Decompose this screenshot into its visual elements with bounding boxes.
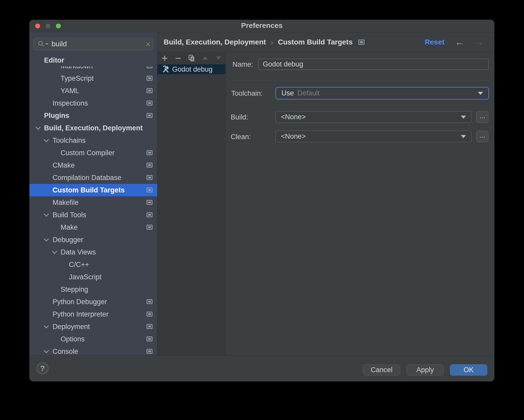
chevron-down-icon [478, 92, 483, 95]
modified-settings-icon [147, 88, 152, 93]
sidebar-item-cmake[interactable]: CMake [30, 159, 157, 171]
clean-value: <None> [281, 132, 306, 140]
modified-settings-icon [147, 299, 152, 304]
chevron-down-icon[interactable] [35, 125, 41, 130]
build-target-icon [162, 65, 170, 73]
back-arrow-icon[interactable]: ← [455, 38, 464, 47]
add-target-button[interactable]: + [161, 54, 169, 62]
sidebar-item-makefile[interactable]: Makefile [30, 196, 157, 209]
titlebar: Preferences [30, 20, 494, 32]
preferences-dialog: Preferences × Editor Markdown TypeScri [30, 20, 494, 381]
clean-select[interactable]: <None> [275, 131, 471, 142]
chevron-down-icon[interactable] [44, 236, 49, 242]
sidebar-item-compilation-database[interactable]: Compilation Database [30, 171, 157, 184]
cancel-button[interactable]: Cancel [363, 364, 400, 376]
sidebar-item-python-debugger[interactable]: Python Debugger [30, 296, 157, 308]
modified-settings-icon [147, 312, 152, 317]
forward-arrow-icon: → [475, 38, 484, 47]
build-value: <None> [281, 113, 306, 121]
breadcrumb: Build, Execution, Deployment › Custom Bu… [157, 32, 494, 52]
sidebar-item-data-views[interactable]: Data Views [30, 246, 157, 258]
remove-target-button[interactable]: − [174, 54, 182, 62]
move-down-button [215, 54, 222, 62]
chevron-down-icon[interactable] [44, 348, 49, 353]
sidebar-item-options[interactable]: Options [30, 333, 157, 345]
form-divider [231, 80, 490, 81]
sidebar-item-stepping[interactable]: Stepping [30, 283, 157, 296]
modified-settings-icon [147, 212, 152, 217]
chevron-down-icon[interactable] [44, 323, 49, 328]
settings-sidebar: × Editor Markdown TypeScript YAML Inspec… [30, 32, 157, 355]
sidebar-item-make[interactable]: Make [30, 221, 157, 234]
settings-tree: Editor Markdown TypeScript YAML Inspecti… [30, 54, 157, 355]
move-up-button [201, 54, 209, 62]
sidebar-item-build-tools[interactable]: Build Tools [30, 209, 157, 221]
clear-search-icon[interactable]: × [145, 40, 151, 48]
modified-settings-icon [147, 225, 152, 230]
list-divider [225, 52, 226, 355]
build-label: Build: [231, 113, 248, 121]
toolchain-use-text: Use [281, 89, 294, 97]
modified-settings-icon [147, 188, 152, 192]
modified-settings-icon [358, 40, 365, 45]
chevron-down-icon [461, 116, 466, 119]
modified-settings-icon [147, 101, 152, 106]
window-title: Preferences [30, 20, 494, 32]
footer-divider [30, 355, 494, 356]
target-settings-form: Name: Toolchain: Use Default Build: <Non… [226, 52, 494, 355]
copy-target-button[interactable] [188, 54, 195, 62]
clean-label: Clean: [231, 133, 251, 141]
search-options-icon[interactable] [45, 43, 48, 45]
targets-toolbar: + − [157, 52, 225, 64]
search-input[interactable] [51, 40, 145, 48]
target-list-item[interactable]: Godot debug [157, 64, 225, 74]
modified-settings-icon [147, 150, 152, 155]
modified-settings-icon [147, 163, 152, 168]
toolchain-label: Toolchain: [231, 89, 263, 98]
sidebar-item-toolchains[interactable]: Toolchains [30, 134, 157, 147]
sidebar-item-console[interactable]: Console [30, 345, 157, 355]
titlebar-divider [30, 32, 494, 32]
ok-button[interactable]: OK [450, 364, 487, 376]
page-title: Custom Build Targets [278, 38, 353, 46]
footer: ? Cancel Apply OK [30, 355, 494, 381]
modified-settings-icon [147, 76, 152, 81]
modified-settings-icon [147, 200, 152, 205]
clean-browse-button[interactable]: ... [476, 131, 489, 142]
targets-panel: + − [157, 52, 225, 355]
sidebar-item-deployment[interactable]: Deployment [30, 320, 157, 333]
chevron-down-icon[interactable] [44, 212, 49, 217]
sidebar-item-typescript[interactable]: TypeScript [30, 72, 157, 85]
toolchain-select[interactable]: Use Default [275, 87, 489, 100]
chevron-down-icon [461, 135, 466, 138]
sidebar-item-debugger[interactable]: Debugger [30, 234, 157, 246]
chevron-down-icon[interactable] [52, 249, 57, 254]
modified-settings-icon [147, 336, 152, 341]
sidebar-item-custom-build-targets[interactable]: Custom Build Targets [30, 184, 157, 196]
build-browse-button[interactable]: ... [476, 111, 489, 123]
chevron-down-icon[interactable] [44, 137, 49, 142]
sidebar-item-c-cpp[interactable]: C/C++ [30, 258, 157, 271]
name-label: Name: [232, 61, 253, 69]
target-name: Godot debug [172, 65, 213, 73]
breadcrumb-section[interactable]: Build, Execution, Deployment [164, 38, 266, 46]
sidebar-item-inspections[interactable]: Inspections [30, 97, 157, 109]
sidebar-item-custom-compiler[interactable]: Custom Compiler [30, 147, 157, 159]
sidebar-item-build-execution-deployment[interactable]: Build, Execution, Deployment [30, 122, 157, 134]
modified-settings-icon [147, 175, 152, 180]
apply-button[interactable]: Apply [406, 364, 444, 376]
name-field[interactable] [258, 59, 489, 70]
sidebar-item-python-interpreter[interactable]: Python Interpreter [30, 308, 157, 320]
sidebar-item-editor[interactable]: Editor [30, 54, 157, 66]
modified-settings-icon [147, 324, 152, 329]
sidebar-item-javascript[interactable]: JavaScript [30, 271, 157, 283]
reset-link[interactable]: Reset [425, 38, 445, 46]
build-select[interactable]: <None> [275, 111, 471, 123]
sidebar-item-yaml[interactable]: YAML [30, 85, 157, 97]
help-button[interactable]: ? [37, 362, 48, 374]
breadcrumb-separator: › [271, 38, 273, 47]
settings-search[interactable]: × [33, 38, 153, 50]
header-divider [157, 52, 494, 52]
sidebar-item-plugins[interactable]: Plugins [30, 109, 157, 122]
search-icon[interactable] [38, 41, 48, 47]
